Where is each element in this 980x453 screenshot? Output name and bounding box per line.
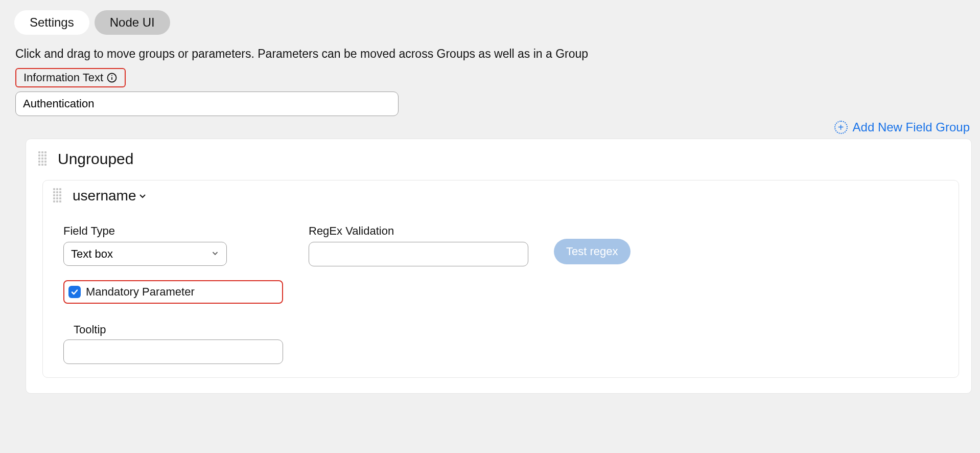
plus-icon: + xyxy=(834,121,848,134)
group-card: Ungrouped username xyxy=(26,139,972,394)
information-text-label-text: Information Text xyxy=(24,71,103,84)
test-regex-button[interactable]: Test regex xyxy=(554,239,631,264)
add-new-field-group-label: Add New Field Group xyxy=(853,120,970,134)
drag-handle-icon[interactable] xyxy=(53,188,63,203)
regex-validation-input[interactable] xyxy=(309,242,528,266)
checkbox-checked-icon xyxy=(68,286,81,298)
tooltip-input[interactable] xyxy=(63,339,283,364)
chevron-down-icon xyxy=(137,191,148,201)
tabs: Settings Node UI xyxy=(5,0,980,35)
information-text-input[interactable] xyxy=(15,92,399,116)
parameter-title[interactable]: username xyxy=(73,188,148,204)
parameter-title-text: username xyxy=(73,188,136,204)
parameter-card: username Field Type Text box xyxy=(42,180,959,378)
regex-validation-label: RegEx Validation xyxy=(309,224,528,238)
tab-node-ui[interactable]: Node UI xyxy=(95,10,170,35)
tab-settings[interactable]: Settings xyxy=(14,10,89,35)
svg-point-2 xyxy=(111,75,112,76)
info-icon xyxy=(106,72,118,83)
information-text-label: Information Text xyxy=(15,68,126,87)
instruction-text: Click and drag to move groups or paramet… xyxy=(5,35,980,61)
mandatory-parameter-checkbox-wrap[interactable]: Mandatory Parameter xyxy=(63,280,283,304)
drag-handle-icon[interactable] xyxy=(38,151,49,167)
add-new-field-group-button[interactable]: + Add New Field Group xyxy=(834,120,970,134)
tooltip-label: Tooltip xyxy=(74,323,283,336)
field-type-label: Field Type xyxy=(63,224,283,238)
field-type-select[interactable]: Text box xyxy=(63,242,227,266)
group-title: Ungrouped xyxy=(58,150,133,168)
mandatory-parameter-label: Mandatory Parameter xyxy=(86,285,195,299)
